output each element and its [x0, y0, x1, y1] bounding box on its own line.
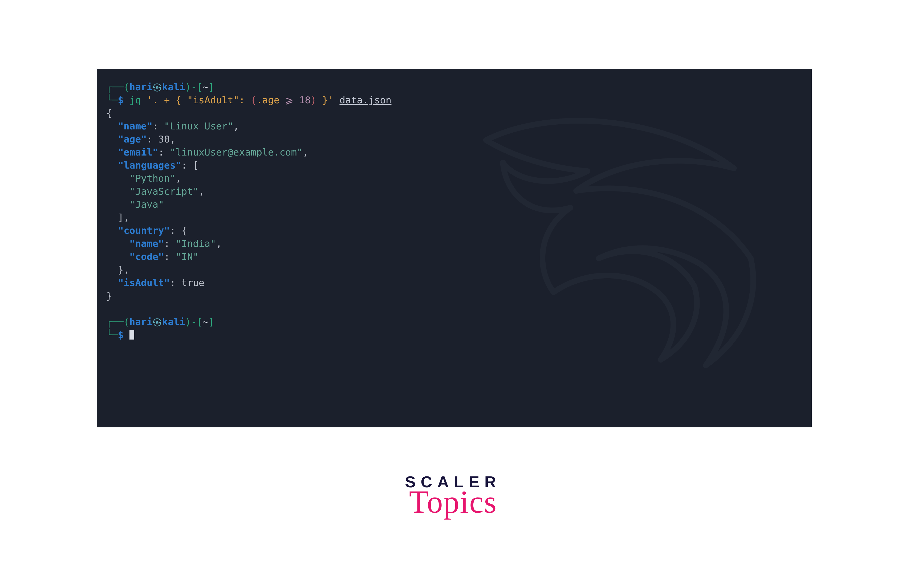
json-key-isadult: "isAdult" — [118, 277, 170, 288]
prompt-line-1: ┌──(hari㉿kali)-[~] — [106, 81, 214, 92]
terminal-output[interactable]: ┌──(hari㉿kali)-[~] └─$ jq '. + { "isAdul… — [97, 69, 812, 353]
cursor-block — [129, 330, 134, 339]
command-line: └─$ jq '. + { "isAdult": (.age ⩾ 18) }' … — [106, 94, 392, 105]
json-key-name: "name" — [118, 121, 152, 132]
json-key-age: "age" — [118, 134, 147, 145]
prompt-input-line[interactable]: └─$ — [106, 330, 134, 340]
scaler-topics-logo: SCALER Topics — [405, 474, 501, 516]
json-close: } — [106, 290, 112, 301]
json-key-languages: "languages" — [118, 160, 181, 171]
json-open: { — [106, 108, 112, 118]
logo-line-2: Topics — [405, 488, 501, 516]
terminal-window[interactable]: ┌──(hari㉿kali)-[~] └─$ jq '. + { "isAdul… — [97, 69, 812, 427]
json-key-country: "country" — [118, 225, 170, 236]
prompt-line-2: ┌──(hari㉿kali)-[~] — [106, 316, 214, 327]
arg-file: data.json — [340, 94, 391, 105]
json-key-email: "email" — [118, 147, 158, 158]
